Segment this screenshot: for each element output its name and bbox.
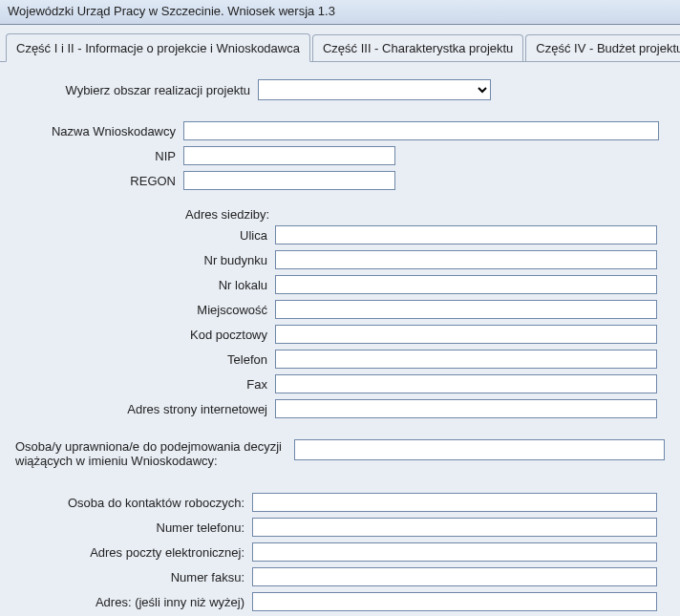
phone-label: Telefon [15, 352, 275, 367]
auth-person-input[interactable] [294, 439, 665, 460]
nip-input[interactable] [183, 146, 395, 165]
contact-person-label: Osoba do kontaktów roboczych: [15, 496, 252, 510]
tab-part-1-2[interactable]: Część I i II - Informacje o projekcie i … [6, 33, 310, 62]
tab-content: Wybierz obszar realizacji projektu Nazwa… [0, 62, 680, 616]
window-title: Wojewódzki Urząd Pracy w Szczecinie. Wni… [8, 4, 335, 18]
nip-label: NIP [15, 149, 183, 163]
address-section-label: Adres siedziby: [15, 207, 665, 222]
building-no-input[interactable] [275, 250, 657, 269]
street-input[interactable] [275, 225, 657, 244]
website-label: Adres strony internetowej [15, 402, 275, 416]
postcode-label: Kod pocztowy [15, 328, 275, 342]
contact-email-input[interactable] [252, 542, 657, 562]
tab-bar: Część I i II - Informacje o projekcie i … [0, 32, 680, 62]
regon-input[interactable] [183, 171, 395, 190]
unit-no-input[interactable] [275, 275, 657, 294]
website-input[interactable] [275, 399, 657, 418]
street-label: Ulica [15, 228, 275, 243]
area-label: Wybierz obszar realizacji projektu [15, 83, 258, 97]
city-input[interactable] [275, 300, 657, 319]
contact-fax-input[interactable] [252, 567, 657, 586]
regon-label: REGON [15, 174, 183, 188]
alt-address-input[interactable] [252, 592, 657, 611]
tab-part-3[interactable]: Część III - Charakterystka projektu [312, 34, 523, 61]
contact-fax-label: Numer faksu: [15, 570, 252, 584]
building-no-label: Nr budynku [15, 253, 275, 267]
applicant-name-label: Nazwa Wnioskodawcy [15, 124, 183, 138]
tab-part-4[interactable]: Część IV - Budżet projektu [525, 34, 680, 61]
contact-person-input[interactable] [252, 493, 657, 512]
alt-address-label: Adres: (jeśli inny niż wyżej) [15, 595, 252, 609]
contact-phone-label: Numer telefonu: [15, 520, 252, 535]
fax-label: Fax [15, 377, 275, 392]
postcode-input[interactable] [275, 325, 657, 344]
contact-email-label: Adres poczty elektronicznej: [15, 545, 252, 560]
contact-phone-input[interactable] [252, 518, 657, 537]
phone-input[interactable] [275, 350, 657, 369]
fax-input[interactable] [275, 374, 657, 393]
applicant-name-input[interactable] [183, 121, 659, 140]
auth-person-label: Osoba/y uprawniona/e do podejmowania dec… [15, 439, 294, 468]
unit-no-label: Nr lokalu [15, 278, 275, 292]
area-select[interactable] [258, 79, 491, 100]
city-label: Miejscowość [15, 303, 275, 317]
